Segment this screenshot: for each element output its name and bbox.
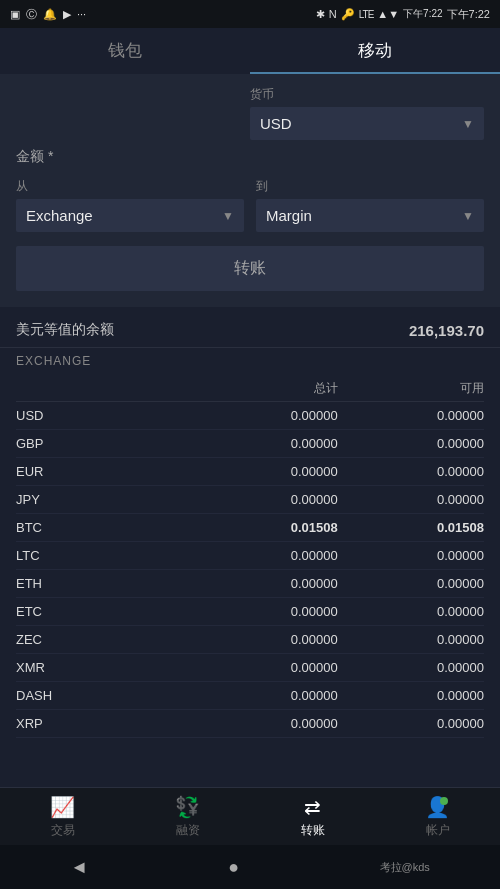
nav-trade[interactable]: 📈 交易 [0, 788, 125, 845]
status-bar: ▣ Ⓒ 🔔 ▶ ··· ✱ N 🔑 LTE ▲▼ 下午7:22 下午7:22 [0, 0, 500, 28]
to-chevron-icon: ▼ [462, 209, 474, 223]
row-currency-gbp: GBP [16, 436, 192, 451]
row-total-eur: 0.00000 [192, 464, 338, 479]
row-total-etc: 0.00000 [192, 604, 338, 619]
row-currency-eur: EUR [16, 464, 192, 479]
nav-transfer[interactable]: ⇄ 转账 [250, 788, 375, 845]
row-total-eth: 0.00000 [192, 576, 338, 591]
table-row: LTC 0.00000 0.00000 [16, 542, 484, 570]
currency-row: 货币 USD ▼ [16, 86, 484, 140]
from-to-row: 从 Exchange ▼ 到 Margin ▼ [16, 178, 484, 232]
table-row: EUR 0.00000 0.00000 [16, 458, 484, 486]
table-row: ZEC 0.00000 0.00000 [16, 626, 484, 654]
currency-dropdown[interactable]: USD ▼ [250, 107, 484, 140]
row-total-jpy: 0.00000 [192, 492, 338, 507]
icon-nfc: N [329, 8, 337, 20]
icon-bt: ✱ [316, 8, 325, 21]
row-total-dash: 0.00000 [192, 688, 338, 703]
row-total-zec: 0.00000 [192, 632, 338, 647]
row-total-xrp: 0.00000 [192, 716, 338, 731]
trade-icon: 📈 [50, 795, 75, 819]
nav-account-label: 帐户 [426, 822, 450, 839]
status-left-icons: ▣ Ⓒ 🔔 ▶ ··· [10, 7, 86, 22]
table-row: XMR 0.00000 0.00000 [16, 654, 484, 682]
table-row: BTC 0.01508 0.01508 [16, 514, 484, 542]
transfer-icon: ⇄ [304, 795, 321, 819]
currency-label: 货币 [250, 86, 484, 103]
to-label: 到 [256, 178, 484, 195]
row-avail-gbp: 0.00000 [338, 436, 484, 451]
online-dot [440, 797, 448, 805]
table-row: ETH 0.00000 0.00000 [16, 570, 484, 598]
nav-account[interactable]: 👤 帐户 [375, 788, 500, 845]
row-currency-xrp: XRP [16, 716, 192, 731]
system-bar: ◄ ● 考拉@kds [0, 845, 500, 889]
table-row: XRP 0.00000 0.00000 [16, 710, 484, 738]
top-tab-bar: 钱包 移动 [0, 28, 500, 74]
nav-funding-label: 融资 [176, 822, 200, 839]
row-avail-xrp: 0.00000 [338, 716, 484, 731]
home-button[interactable]: ● [228, 857, 239, 878]
row-avail-dash: 0.00000 [338, 688, 484, 703]
row-currency-jpy: JPY [16, 492, 192, 507]
row-currency-etc: ETC [16, 604, 192, 619]
icon-c: Ⓒ [26, 7, 37, 22]
avatar-wrap: 👤 [425, 795, 450, 819]
chevron-down-icon: ▼ [462, 117, 474, 131]
from-dropdown[interactable]: Exchange ▼ [16, 199, 244, 232]
funding-icon: 💱 [175, 795, 200, 819]
row-avail-btc: 0.01508 [338, 520, 484, 535]
icon-play: ▶ [63, 8, 71, 21]
status-right-icons: ✱ N 🔑 LTE ▲▼ 下午7:22 下午7:22 [316, 7, 490, 22]
app-label: 考拉@kds [380, 860, 430, 875]
from-label: 从 [16, 178, 244, 195]
exchange-table: EXCHANGE 总计 可用 USD 0.00000 0.00000 GBP 0… [0, 348, 500, 738]
icon-square: ▣ [10, 8, 20, 21]
row-total-btc: 0.01508 [192, 520, 338, 535]
battery-percent: 下午7:22 [403, 7, 442, 21]
form-section: 货币 USD ▼ 金额 * 从 Exchange ▼ 到 Margin ▼ 转账 [0, 74, 500, 307]
col-total-header: 总计 [192, 380, 338, 397]
icon-bell: 🔔 [43, 8, 57, 21]
col-name-header [16, 380, 192, 397]
bottom-nav: 📈 交易 💱 融资 ⇄ 转账 👤 帐户 [0, 787, 500, 845]
tab-wallet[interactable]: 钱包 [0, 28, 250, 74]
to-dropdown[interactable]: Margin ▼ [256, 199, 484, 232]
status-time: 下午7:22 [447, 7, 490, 22]
row-currency-xmr: XMR [16, 660, 192, 675]
table-row: ETC 0.00000 0.00000 [16, 598, 484, 626]
row-avail-eur: 0.00000 [338, 464, 484, 479]
row-total-ltc: 0.00000 [192, 548, 338, 563]
table-header: 总计 可用 [16, 372, 484, 402]
amount-label: 金额 * [16, 148, 250, 166]
to-col: 到 Margin ▼ [256, 178, 484, 232]
row-currency-btc: BTC [16, 520, 192, 535]
row-currency-eth: ETH [16, 576, 192, 591]
icon-dots: ··· [77, 8, 86, 20]
amount-row: 金额 * [16, 148, 484, 166]
nav-transfer-label: 转账 [301, 822, 325, 839]
back-button[interactable]: ◄ [70, 857, 88, 878]
row-currency-usd: USD [16, 408, 192, 423]
table-row: USD 0.00000 0.00000 [16, 402, 484, 430]
row-currency-zec: ZEC [16, 632, 192, 647]
table-body: USD 0.00000 0.00000 GBP 0.00000 0.00000 … [16, 402, 484, 738]
row-avail-jpy: 0.00000 [338, 492, 484, 507]
row-avail-usd: 0.00000 [338, 408, 484, 423]
tab-move[interactable]: 移动 [250, 28, 500, 74]
from-col: 从 Exchange ▼ [16, 178, 244, 232]
icon-signal: ▲▼ [377, 8, 399, 20]
row-total-gbp: 0.00000 [192, 436, 338, 451]
icon-key: 🔑 [341, 8, 355, 21]
system-label: 考拉@kds [380, 860, 430, 875]
nav-funding[interactable]: 💱 融资 [125, 788, 250, 845]
col-avail-header: 可用 [338, 380, 484, 397]
row-avail-zec: 0.00000 [338, 632, 484, 647]
row-currency-dash: DASH [16, 688, 192, 703]
balance-value: 216,193.70 [409, 322, 484, 339]
icon-lte: LTE [359, 9, 374, 20]
from-chevron-icon: ▼ [222, 209, 234, 223]
row-avail-ltc: 0.00000 [338, 548, 484, 563]
balance-label: 美元等值的余额 [16, 321, 114, 339]
transfer-button[interactable]: 转账 [16, 246, 484, 291]
